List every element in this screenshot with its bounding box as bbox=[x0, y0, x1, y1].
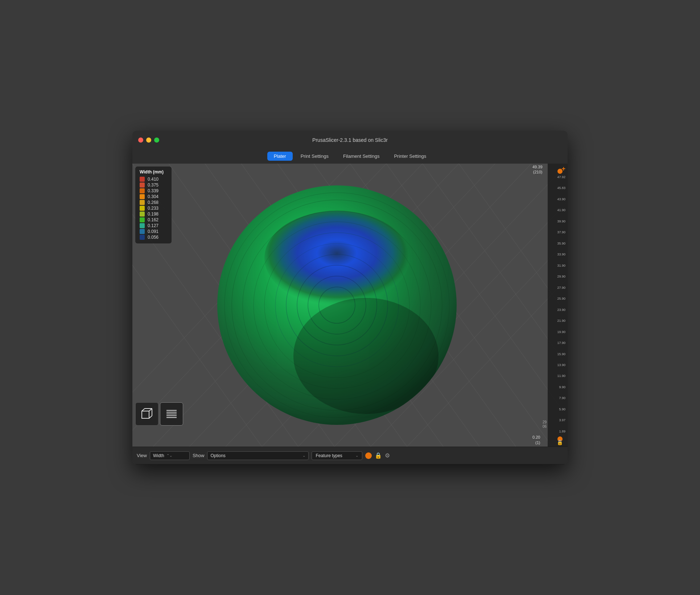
minimize-button[interactable] bbox=[146, 138, 151, 143]
view-select[interactable]: Width ⌃⌄ bbox=[150, 451, 190, 460]
legend-value-4: 0.268 bbox=[148, 200, 158, 205]
feature-types-label: Feature types bbox=[316, 453, 353, 458]
ruler-bottom-value: 0.20 (1) bbox=[532, 435, 540, 445]
legend-color-7 bbox=[140, 217, 145, 222]
legend-item-7: 0.162 bbox=[140, 217, 167, 222]
svg-rect-37 bbox=[142, 411, 149, 418]
settings-gear-icon[interactable]: ⚙ bbox=[385, 452, 390, 459]
tick-2: 43.90 bbox=[548, 198, 567, 201]
legend-item-9: 0.091 bbox=[140, 229, 167, 234]
feature-types-button[interactable]: Feature types ⌄ bbox=[312, 451, 362, 460]
tab-filament-settings[interactable]: Filament Settings bbox=[337, 152, 386, 161]
tick-19: 9.90 bbox=[548, 386, 567, 389]
main-window: PrusaSlicer-2.3.1 based on Slic3r Plater… bbox=[132, 131, 568, 464]
legend-color-9 bbox=[140, 229, 145, 234]
maximize-button[interactable] bbox=[154, 138, 159, 143]
tick-8: 31.90 bbox=[548, 264, 567, 267]
tick-22: 3.97 bbox=[548, 419, 567, 422]
close-button[interactable] bbox=[138, 138, 143, 143]
3d-cube-view-button[interactable] bbox=[135, 402, 158, 426]
svg-line-40 bbox=[149, 416, 152, 418]
legend-value-6: 0.198 bbox=[148, 212, 158, 217]
lock-icon[interactable]: 🔒 bbox=[557, 439, 563, 445]
legend-value-0: 0.410 bbox=[148, 177, 158, 182]
status-bar: Slicing complete... bbox=[132, 464, 568, 464]
ruler-handle-top[interactable] bbox=[557, 169, 563, 174]
cube-icon bbox=[140, 407, 153, 420]
legend-panel: Width (mm) 0.410 0.375 0.339 0.304 bbox=[135, 167, 172, 243]
legend-value-8: 0.127 bbox=[148, 223, 158, 228]
corner-bottom-num: 06 bbox=[543, 424, 547, 428]
tick-3: 41.90 bbox=[548, 209, 567, 212]
tick-14: 19.90 bbox=[548, 331, 567, 334]
legend-color-4 bbox=[140, 200, 145, 205]
legend-color-1 bbox=[140, 182, 145, 188]
tick-16: 15.90 bbox=[548, 353, 567, 356]
tick-11: 25.90 bbox=[548, 297, 567, 300]
tick-15: 17.90 bbox=[548, 341, 567, 345]
show-label: Show bbox=[193, 453, 205, 458]
legend-item-6: 0.198 bbox=[140, 212, 167, 217]
tick-6: 35.90 bbox=[548, 242, 567, 245]
tick-9: 29.90 bbox=[548, 275, 567, 278]
sphere-svg bbox=[214, 182, 460, 428]
tick-7: 33.90 bbox=[548, 253, 567, 256]
legend-value-5: 0.233 bbox=[148, 206, 158, 211]
tick-0: 47.92 bbox=[548, 176, 567, 179]
corner-top-num: 29 bbox=[543, 420, 547, 424]
tick-18: 11.90 bbox=[548, 374, 567, 378]
legend-item-0: 0.410 bbox=[140, 177, 167, 182]
tick-20: 7.90 bbox=[548, 397, 567, 400]
ruler-top-value: 49.39 (210) bbox=[532, 164, 543, 175]
toolbar-lock-icon[interactable]: 🔒 bbox=[375, 452, 382, 459]
tick-21: 5.90 bbox=[548, 408, 567, 411]
view-label: View bbox=[137, 453, 147, 458]
titlebar: PrusaSlicer-2.3.1 based on Slic3r bbox=[132, 131, 568, 149]
legend-color-3 bbox=[140, 194, 145, 199]
view-select-value: Width bbox=[153, 453, 164, 458]
show-select[interactable]: Options ⌄ bbox=[207, 451, 309, 460]
legend-color-10 bbox=[140, 235, 145, 240]
legend-color-0 bbox=[140, 177, 145, 182]
ruler-panel: + 49.39 (210) 47.92 45.83 43.90 41.90 39… bbox=[548, 164, 568, 447]
view-mode-buttons bbox=[135, 402, 183, 426]
viewport[interactable]: Width (mm) 0.410 0.375 0.339 0.304 bbox=[132, 164, 568, 447]
tick-5: 37.90 bbox=[548, 231, 567, 234]
legend-value-9: 0.091 bbox=[148, 229, 158, 234]
traffic-lights bbox=[138, 138, 159, 143]
svg-line-38 bbox=[142, 409, 145, 411]
tab-printer-settings[interactable]: Printer Settings bbox=[387, 152, 433, 161]
ruler-ticks-list: 47.92 45.83 43.90 41.90 39.90 37.90 35.9… bbox=[548, 176, 567, 433]
legend-item-3: 0.304 bbox=[140, 194, 167, 199]
svg-point-25 bbox=[264, 211, 409, 305]
legend-value-7: 0.162 bbox=[148, 217, 158, 222]
window-title: PrusaSlicer-2.3.1 based on Slic3r bbox=[312, 137, 388, 143]
legend-color-2 bbox=[140, 188, 145, 193]
color-dot[interactable] bbox=[365, 452, 372, 459]
legend-color-6 bbox=[140, 212, 145, 217]
svg-line-39 bbox=[149, 409, 152, 411]
legend-value-10: 0.056 bbox=[148, 235, 158, 240]
legend-value-2: 0.339 bbox=[148, 188, 158, 193]
bottom-toolbar: View Width ⌃⌄ Show Options ⌄ Feature typ… bbox=[132, 447, 568, 464]
sphere-visualization bbox=[214, 182, 460, 428]
tab-print-settings[interactable]: Print Settings bbox=[294, 152, 335, 161]
legend-color-8 bbox=[140, 223, 145, 228]
tick-4: 39.90 bbox=[548, 220, 567, 223]
svg-point-36 bbox=[293, 298, 438, 414]
legend-item-2: 0.339 bbox=[140, 188, 167, 193]
tick-13: 21.90 bbox=[548, 319, 567, 323]
tab-plater[interactable]: Plater bbox=[267, 152, 293, 161]
tick-1: 45.83 bbox=[548, 186, 567, 190]
tick-23: 1.89 bbox=[548, 430, 567, 433]
feature-chevron: ⌄ bbox=[355, 454, 358, 457]
layer-view-button[interactable] bbox=[160, 402, 183, 426]
legend-item-8: 0.127 bbox=[140, 223, 167, 228]
legend-title: Width (mm) bbox=[140, 169, 167, 175]
legend-value-3: 0.304 bbox=[148, 194, 158, 199]
view-select-chevron: ⌃⌄ bbox=[166, 454, 172, 457]
tabbar: Plater Print Settings Filament Settings … bbox=[132, 149, 568, 164]
legend-item-1: 0.375 bbox=[140, 182, 167, 188]
legend-item-10: 0.056 bbox=[140, 235, 167, 240]
tick-10: 27.90 bbox=[548, 286, 567, 290]
